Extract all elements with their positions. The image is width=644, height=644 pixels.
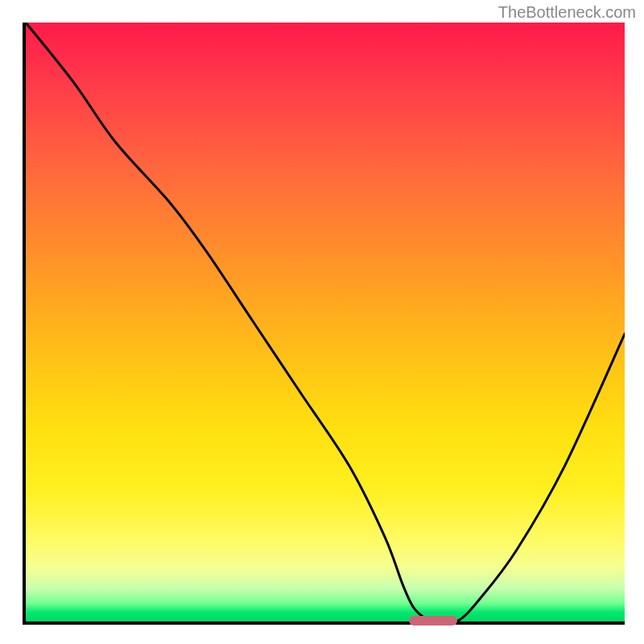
chart-container: TheBottleneck.com	[0, 0, 644, 644]
optimal-range-marker	[409, 616, 457, 625]
plot-area	[23, 23, 625, 625]
watermark-text: TheBottleneck.com	[498, 3, 636, 22]
curve-layer	[26, 23, 625, 621]
bottleneck-curve	[26, 23, 625, 621]
